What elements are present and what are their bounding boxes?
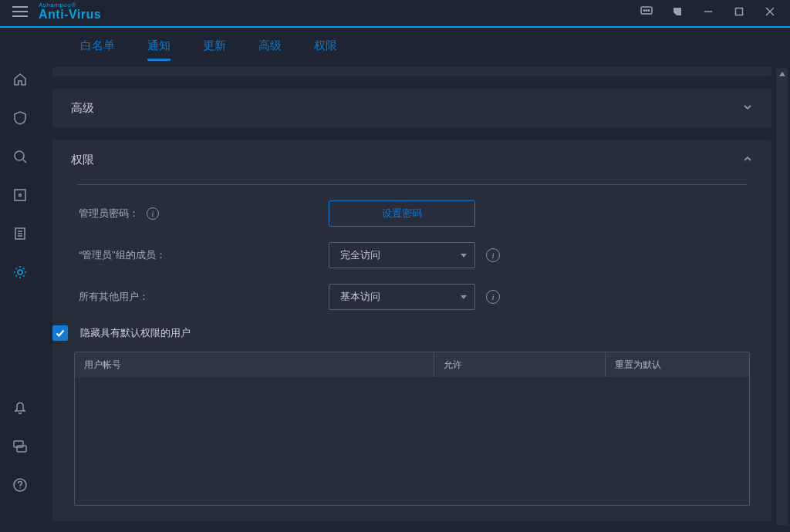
nav-logs-icon[interactable]: [11, 224, 29, 243]
app-brand: Ashampoo® Anti-Virus: [39, 2, 101, 21]
svg-line-12: [23, 160, 26, 163]
svg-marker-24: [779, 72, 785, 76]
caret-down-icon: [461, 295, 467, 299]
window-minimize[interactable]: [693, 0, 724, 23]
section-advanced-title: 高级: [71, 101, 94, 116]
svg-point-4: [643, 10, 645, 12]
svg-point-14: [19, 194, 22, 197]
admin-group-dropdown[interactable]: 完全访问: [329, 242, 475, 268]
sidebar: [0, 67, 40, 525]
section-permissions: 权限 管理员密码： i 设置密码 “管理员”组的成员：: [52, 140, 771, 521]
svg-rect-8: [736, 8, 743, 15]
section-permissions-title: 权限: [71, 153, 94, 167]
nav-bell-icon[interactable]: [11, 399, 29, 417]
hide-default-users-label: 隐藏具有默认权限的用户: [80, 326, 191, 340]
section-advanced-header[interactable]: 高级: [52, 89, 771, 128]
nav-shield-icon[interactable]: [11, 109, 29, 127]
svg-rect-20: [14, 441, 23, 447]
settings-tabs: 白名单 通知 更新 高级 权限: [0, 28, 790, 67]
tab-whitelist[interactable]: 白名单: [80, 39, 115, 59]
nav-home-icon[interactable]: [11, 70, 29, 89]
admin-group-value: 完全访问: [340, 248, 380, 262]
svg-point-23: [19, 487, 20, 488]
window-close[interactable]: [755, 0, 785, 23]
prev-section-tail: [52, 67, 771, 76]
section-permissions-header[interactable]: 权限: [52, 140, 771, 180]
hide-default-users-checkbox[interactable]: [52, 325, 68, 341]
svg-rect-13: [15, 190, 25, 200]
section-advanced: 高级: [52, 89, 771, 128]
chevron-down-icon: [742, 102, 753, 116]
content-area: 高级 权限 管理员密码： i 设置密码: [40, 67, 790, 525]
svg-point-19: [18, 270, 22, 274]
col-account[interactable]: 用户帐号: [75, 352, 434, 377]
tab-permissions[interactable]: 权限: [314, 39, 337, 59]
nav-quarantine-icon[interactable]: [11, 186, 29, 204]
vertical-scrollbar[interactable]: [776, 69, 788, 525]
window-maximize[interactable]: [724, 0, 755, 23]
other-users-label: 所有其他用户：: [79, 290, 149, 304]
nav-settings-icon[interactable]: [11, 263, 29, 281]
tab-advanced[interactable]: 高级: [258, 39, 282, 59]
col-reset[interactable]: 重置为默认: [606, 352, 749, 377]
tab-notifications[interactable]: 通知: [147, 39, 170, 59]
svg-rect-21: [17, 446, 26, 452]
svg-point-11: [15, 151, 24, 160]
tab-updates[interactable]: 更新: [203, 39, 226, 59]
info-icon[interactable]: i: [486, 290, 500, 304]
nav-help-icon[interactable]: [11, 476, 29, 494]
menu-hamburger[interactable]: [5, 0, 35, 23]
set-password-button[interactable]: 设置密码: [329, 200, 475, 227]
chevron-up-icon: [742, 153, 753, 167]
nav-search-icon[interactable]: [11, 147, 29, 166]
caret-down-icon: [461, 254, 467, 258]
admin-password-label: 管理员密码：: [79, 207, 139, 221]
info-icon[interactable]: i: [486, 248, 500, 262]
nav-feedback-icon[interactable]: [11, 437, 29, 456]
other-users-value: 基本访问: [340, 290, 380, 304]
svg-point-5: [646, 10, 647, 12]
other-users-dropdown[interactable]: 基本访问: [329, 284, 475, 310]
col-allow[interactable]: 允许: [434, 352, 606, 377]
note-icon[interactable]: [662, 0, 693, 23]
svg-point-6: [648, 10, 650, 12]
users-table: 用户帐号 允许 重置为默认: [74, 352, 750, 506]
chat-icon[interactable]: [631, 0, 662, 23]
info-icon[interactable]: i: [147, 207, 159, 220]
admin-group-label: “管理员”组的成员：: [79, 248, 166, 262]
scroll-up-arrow[interactable]: [776, 69, 788, 79]
